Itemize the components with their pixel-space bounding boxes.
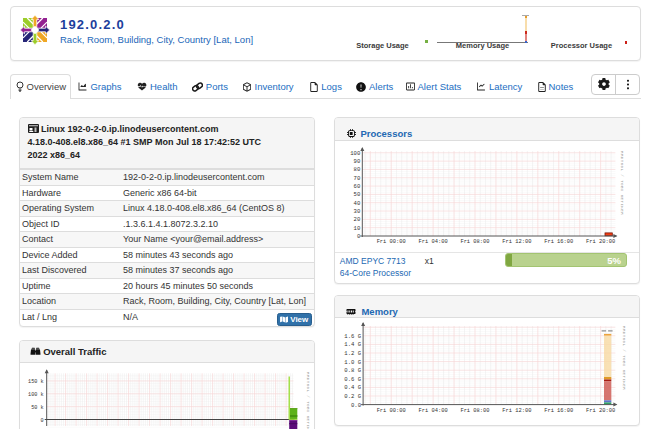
svg-text:Fri 08:00: Fri 08:00 xyxy=(460,239,489,245)
svg-text:90: 90 xyxy=(354,158,361,165)
svg-text:80: 80 xyxy=(354,166,361,173)
svg-text:1.4 G: 1.4 G xyxy=(344,341,361,348)
svg-text:0.8 G: 0.8 G xyxy=(344,367,361,374)
svg-text:Fri 08:00: Fri 08:00 xyxy=(460,408,489,414)
svg-text:Fri 04:00: Fri 04:00 xyxy=(419,408,448,414)
svg-text:Fri 20:00: Fri 20:00 xyxy=(586,239,615,245)
svg-text:30: 30 xyxy=(354,208,361,215)
svg-text:0.0: 0.0 xyxy=(351,402,362,409)
svg-text:50: 50 xyxy=(354,191,361,198)
svg-text:0: 0 xyxy=(40,418,43,424)
svg-text:0.6 G: 0.6 G xyxy=(344,376,361,383)
svg-text:150 k: 150 k xyxy=(28,379,44,385)
svg-text:0.4 G: 0.4 G xyxy=(344,384,361,391)
svg-text:Fri 12:00: Fri 12:00 xyxy=(502,239,531,245)
svg-text:Fri 16:00: Fri 16:00 xyxy=(544,239,573,245)
svg-text:50 k: 50 k xyxy=(31,405,43,411)
svg-text:100 k: 100 k xyxy=(28,392,44,398)
svg-text:1.6 G: 1.6 G xyxy=(344,333,361,340)
svg-text:Fri 00:00: Fri 00:00 xyxy=(377,408,406,414)
svg-text:10: 10 xyxy=(354,225,361,232)
svg-text:40: 40 xyxy=(354,200,361,207)
svg-text:Fri 12:00: Fri 12:00 xyxy=(502,408,531,414)
svg-text:60: 60 xyxy=(354,183,361,190)
svg-text:RRDTOOL / TOBI OETIKER: RRDTOOL / TOBI OETIKER xyxy=(620,151,624,215)
svg-text:20: 20 xyxy=(354,216,361,223)
svg-text:RRDTOOL / TOBI OETIKER: RRDTOOL / TOBI OETIKER xyxy=(622,326,626,390)
svg-text:1.2 G: 1.2 G xyxy=(344,350,361,357)
svg-text:RRDTOOL / TOBI OETIKER: RRDTOOL / TOBI OETIKER xyxy=(306,372,310,429)
svg-text:70: 70 xyxy=(354,175,361,182)
svg-text:100: 100 xyxy=(350,150,361,157)
svg-text:Fri 00:00: Fri 00:00 xyxy=(377,239,406,245)
svg-text:1.0 G: 1.0 G xyxy=(344,359,361,366)
svg-text:Fri 20:00: Fri 20:00 xyxy=(586,408,615,414)
svg-text:Fri 04:00: Fri 04:00 xyxy=(419,239,448,245)
svg-text:Fri 16:00: Fri 16:00 xyxy=(544,408,573,414)
svg-text:0.2 G: 0.2 G xyxy=(344,393,361,400)
